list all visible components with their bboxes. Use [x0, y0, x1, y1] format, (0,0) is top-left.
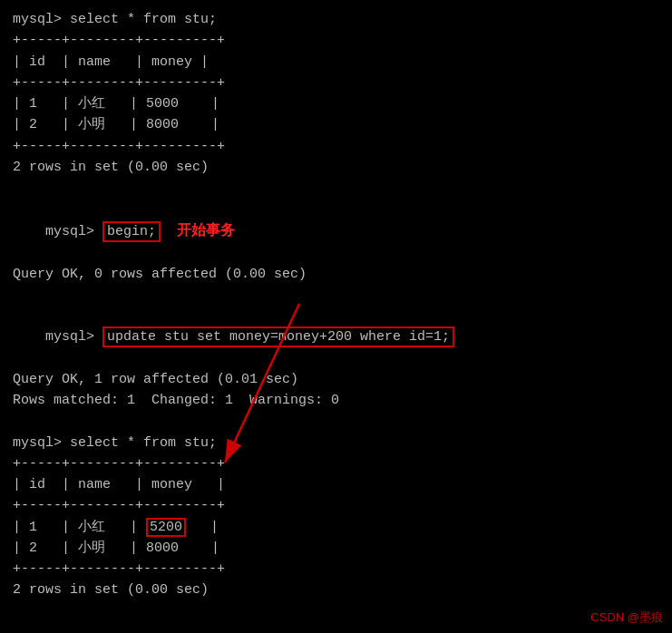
prompt2: mysql> select * from stu; [13, 435, 217, 451]
mysql-prompt-begin: mysql> [45, 224, 102, 239]
begin-cmd-box: begin; [102, 221, 161, 242]
begin-line: mysql> begin; 开始事务 [13, 199, 659, 263]
value-5200: 5200 [146, 518, 186, 537]
terminal-window: mysql> select * from stu; +-----+-------… [0, 0, 672, 633]
table2-row1: | 1 | 小红 | 5200 | [13, 517, 659, 538]
table2-border-bot: +-----+--------+---------+ [13, 559, 659, 579]
begin-annotation: 开始事务 [177, 223, 235, 239]
table2-row2: | 2 | 小明 | 8000 | [13, 538, 659, 559]
table1-border-top: +-----+--------+---------+ [13, 30, 659, 51]
line-select2: mysql> select * from stu; [13, 433, 659, 453]
table2-border-top: +-----+--------+---------+ [13, 453, 659, 474]
begin-result: Query OK, 0 rows affected (0.00 sec) [13, 264, 659, 285]
table1-row1: | 1 | 小红 | 5000 | [13, 93, 659, 114]
prompt1: mysql> select * from stu; [13, 12, 217, 27]
csdn-badge: CSDN @墨痕 [590, 609, 663, 626]
money-col-header: money [151, 54, 192, 70]
last-prompt-line: mysql> [13, 622, 659, 633]
table2-result: 2 rows in set (0.00 sec) [13, 579, 659, 600]
table1-header: | id | name | money | [13, 52, 659, 73]
update-cmd-box: update stu set money=money+200 where id=… [102, 326, 454, 347]
table1-border-mid: +-----+--------+---------+ [13, 73, 659, 93]
table2-border-mid: +-----+--------+---------+ [13, 495, 659, 516]
table1-border-bot: +-----+--------+---------+ [13, 136, 659, 157]
line-select1: mysql> select * from stu; [13, 9, 659, 30]
table1-row2: | 2 | 小明 | 8000 | [13, 114, 659, 135]
update-result2: Rows matched: 1 Changed: 1 Warnings: 0 [13, 390, 659, 411]
update-result1: Query OK, 1 row affected (0.01 sec) [13, 369, 659, 390]
table1-result: 2 rows in set (0.00 sec) [13, 157, 659, 178]
update-line: mysql> update stu set money=money+200 wh… [13, 306, 659, 369]
mysql-prompt-update: mysql> [45, 329, 102, 345]
table2-header: | id | name | money | [13, 474, 659, 495]
